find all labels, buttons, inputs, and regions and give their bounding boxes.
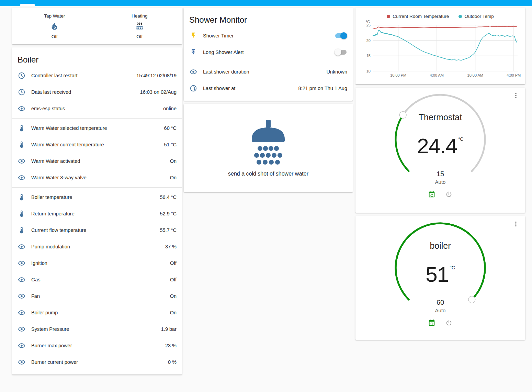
- temperature-history-chart: °C1015202510:00 PM4:00 AM10:00 AM4:00 PM: [360, 20, 521, 80]
- entity-name: Pump modulation: [31, 244, 165, 249]
- calendar-sync-icon[interactable]: [428, 319, 435, 327]
- entity-state: On: [170, 293, 177, 299]
- entity-row: Shower Timer: [184, 27, 353, 44]
- eye-icon: [18, 243, 26, 251]
- svg-text:20: 20: [366, 38, 371, 43]
- entity-row[interactable]: Warm Water 3-way valveOn: [12, 169, 182, 186]
- eye-icon: [18, 292, 26, 300]
- entity-state: 51 °C: [164, 142, 177, 147]
- glance-item-name: Heating: [132, 13, 148, 19]
- entity-state: 56.4 °C: [160, 194, 177, 200]
- tap-water-heating-card: Tap WaterOffHeatingOff: [12, 8, 182, 44]
- active-tab-indicator[interactable]: [20, 4, 35, 6]
- eye-icon: [18, 157, 26, 165]
- entity-state: 1.9 bar: [161, 326, 177, 332]
- entity-name: ems-esp status: [31, 106, 163, 111]
- entity-row[interactable]: Warm Water activatedOn: [12, 153, 182, 169]
- entity-name: Ignition: [31, 260, 170, 266]
- gauge-unit: °C: [450, 265, 455, 270]
- entity-name: Gas: [31, 277, 170, 282]
- entity-row[interactable]: Last shower at8:21 pm on Thu 1 Aug: [184, 80, 353, 97]
- svg-text:10:00 PM: 10:00 PM: [390, 73, 406, 77]
- thermostat-card: Thermostat 24.4°C 15 Auto: [355, 88, 525, 213]
- entity-row[interactable]: Data last received16:03 on 02/Aug: [12, 84, 182, 100]
- entity-name: Shower Timer: [203, 33, 335, 38]
- radiator-icon: [135, 22, 144, 31]
- eye-icon: [18, 276, 26, 284]
- glance-item[interactable]: HeatingOff: [97, 13, 182, 39]
- entity-row[interactable]: Pump modulation37 %: [12, 238, 182, 255]
- entity-state: 52.9 °C: [160, 211, 177, 216]
- shower-monitor-title: Shower Monitor: [184, 8, 353, 27]
- eye-icon: [18, 341, 26, 350]
- entity-state: Unknown: [327, 69, 347, 75]
- toggle-switch[interactable]: [335, 32, 347, 39]
- entity-row[interactable]: Burner current power0 %: [12, 354, 182, 370]
- entity-row[interactable]: Burner max power23 %: [12, 337, 182, 354]
- boiler-entity-list: Controller last restart15:49:12 02/08/19…: [12, 67, 182, 370]
- entity-name: Boiler temperature: [31, 194, 160, 200]
- gauge-current-temp: 51°C: [387, 262, 494, 287]
- svg-text:10:00 AM: 10:00 AM: [467, 73, 483, 77]
- glance-item-state: Off: [52, 34, 58, 39]
- boiler-card-title: Boiler: [12, 47, 182, 67]
- shower-action-card[interactable]: send a cold shot of shower water: [184, 104, 353, 192]
- entity-name: Boiler pump: [31, 310, 170, 315]
- entity-row[interactable]: IgnitionOff: [12, 255, 182, 271]
- entity-row[interactable]: FanOn: [12, 288, 182, 304]
- eye-icon: [18, 259, 26, 267]
- entity-state: 60 °C: [164, 125, 177, 131]
- entity-state: 23 %: [165, 343, 177, 348]
- gauge-current-temp: 24.4°C: [387, 134, 494, 158]
- gauge-actions: [387, 191, 494, 198]
- svg-text:15: 15: [366, 54, 371, 58]
- eye-icon: [18, 309, 26, 317]
- gauge-setpoint: 60: [387, 299, 494, 306]
- entity-name: Warm Water selected temperature: [31, 125, 164, 131]
- entity-row[interactable]: Last shower durationUnknown: [184, 64, 353, 80]
- shower-monitor-card: Shower Monitor Shower TimerLong Shower A…: [184, 8, 353, 101]
- entity-row[interactable]: Warm Water selected temperature60 °C: [12, 120, 182, 136]
- entity-row[interactable]: Boiler pumpOn: [12, 304, 182, 321]
- gauge-mode: Auto: [387, 179, 494, 185]
- entity-row[interactable]: Warm Water current temperature51 °C: [12, 136, 182, 153]
- flash-icon: [189, 32, 197, 40]
- entity-name: Data last received: [31, 89, 140, 95]
- entity-row[interactable]: ems-esp statusonline: [12, 100, 182, 117]
- eye-icon: [18, 358, 26, 366]
- boiler-gauge-card: boiler 51°C 60 Auto: [355, 216, 525, 340]
- more-menu-icon[interactable]: [512, 92, 520, 100]
- app-header-bar: [0, 0, 532, 6]
- entity-row[interactable]: Return temperature52.9 °C: [12, 205, 182, 222]
- entity-name: Warm Water current temperature: [31, 142, 164, 147]
- entity-name: Last shower at: [203, 86, 298, 91]
- entity-row[interactable]: Boiler temperature56.4 °C: [12, 189, 182, 205]
- entity-row: Long Shower Alert: [184, 44, 353, 60]
- power-icon[interactable]: [445, 319, 453, 327]
- divider: [12, 187, 182, 188]
- eye-icon: [18, 325, 26, 333]
- more-menu-icon[interactable]: [512, 220, 520, 228]
- glance-item-name: Tap Water: [44, 13, 65, 19]
- entity-state: On: [170, 310, 177, 315]
- fire-icon: [50, 22, 59, 31]
- legend-dot: [459, 15, 462, 18]
- legend-dot: [387, 15, 390, 18]
- glance-item[interactable]: Tap WaterOff: [12, 13, 97, 39]
- entity-row[interactable]: System Pressure1.9 bar: [12, 321, 182, 337]
- svg-text:25: 25: [366, 23, 371, 27]
- calendar-sync-icon[interactable]: [428, 191, 435, 198]
- entity-name: Warm Water activated: [31, 158, 170, 164]
- power-icon[interactable]: [445, 191, 453, 198]
- entity-row[interactable]: GasOff: [12, 271, 182, 288]
- entity-row[interactable]: Controller last restart15:49:12 02/08/19: [12, 67, 182, 84]
- entity-name: Controller last restart: [31, 73, 136, 78]
- shower-action-label: send a cold shot of shower water: [228, 171, 308, 177]
- toggle-switch[interactable]: [335, 49, 347, 56]
- svg-text:10: 10: [366, 69, 371, 73]
- entity-state: 8:21 pm on Thu 1 Aug: [298, 86, 347, 91]
- entity-state: On: [170, 158, 177, 164]
- thermometer-icon: [18, 226, 26, 234]
- svg-text:4:00 AM: 4:00 AM: [430, 73, 444, 77]
- entity-row[interactable]: Current flow temperature55.7 °C: [12, 222, 182, 238]
